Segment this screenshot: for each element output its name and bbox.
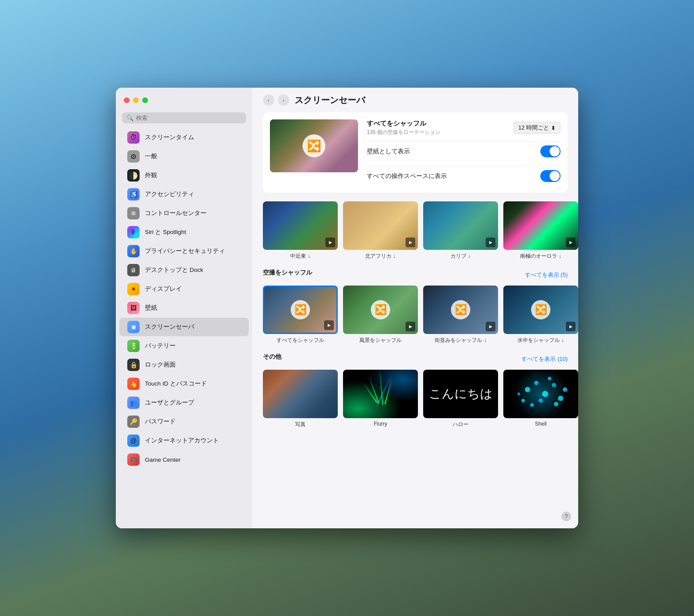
sidebar-item-lockscreen[interactable]: 🔒 ロック画面 xyxy=(119,356,249,374)
wallpaper-toggle[interactable] xyxy=(540,145,561,157)
shuffle-label-city: 街並みをシャッフル ↓ xyxy=(435,337,486,344)
search-bar[interactable]: 🔍 xyxy=(122,112,246,123)
play-button[interactable]: ▶ xyxy=(406,237,415,247)
shuffle-subtitle: 135 個の空撮をローテーション xyxy=(367,129,440,136)
desktop-icon: 🖥 xyxy=(127,264,140,276)
sidebar-label-wallpaper: 壁紙 xyxy=(145,304,157,312)
other-row: 写真 Flurry xyxy=(263,370,568,428)
shuffle-see-all[interactable]: すべてを表示 (5) xyxy=(525,271,568,279)
maximize-button[interactable] xyxy=(142,97,148,103)
other-thumb-hello[interactable]: こんにちは xyxy=(423,370,498,418)
accessibility-icon: ♿ xyxy=(127,188,140,200)
shuffle-icon: 🔀 xyxy=(303,134,325,157)
shuffle-overlay: 🔀 xyxy=(270,119,358,172)
sidebar-item-desktop[interactable]: 🖥 デスクトップと Dock xyxy=(119,261,249,279)
sidebar-label-users: ユーザとグループ xyxy=(145,399,194,407)
sidebar-item-internet[interactable]: @ インターネットアカウント xyxy=(119,431,249,450)
svg-point-3 xyxy=(552,383,556,387)
sidebar-item-display[interactable]: ☀ ディスプレイ xyxy=(119,280,249,298)
sidebar-label-appearance: 外観 xyxy=(145,171,157,179)
search-input[interactable] xyxy=(136,115,242,121)
sidebar-item-general[interactable]: ⚙ 一般 xyxy=(119,147,249,166)
other-label-photo: 写真 xyxy=(295,421,306,428)
selected-info: すべてをシャッフル 135 個の空撮をローテーション 12 時間ごと ⬍ 壁紙と… xyxy=(367,119,561,186)
sidebar-label-touchid: Touch ID とパスコード xyxy=(145,380,207,388)
sidebar-label-desktop: デスクトップと Dock xyxy=(145,266,203,274)
aerials-row: ▶ 中近東 ↓ ▶ 北アフリカ ↓ ▶ カリブ ↓ xyxy=(263,201,568,260)
sidebar-label-controlcenter: コントロールセンター xyxy=(145,209,207,217)
aerial-label-middleeast: 中近東 ↓ xyxy=(290,252,310,260)
sidebar-item-controlcenter[interactable]: ⊞ コントロールセンター xyxy=(119,204,249,223)
aerial-thumb-aurora[interactable]: ▶ xyxy=(503,201,578,250)
other-thumb-shell[interactable] xyxy=(503,370,578,418)
aerial-item-caribbean: ▶ カリブ ↓ xyxy=(423,201,498,260)
other-item-photo: 写真 xyxy=(263,370,338,428)
close-button[interactable] xyxy=(124,97,129,103)
other-thumb-flurry[interactable] xyxy=(343,370,418,418)
selected-thumb: 🔀 xyxy=(270,119,358,172)
play-button[interactable]: ▶ xyxy=(566,322,576,331)
play-button[interactable]: ▶ xyxy=(486,237,495,247)
sidebar-label-privacy: プライバシーとセキュリティ xyxy=(145,247,225,255)
lockscreen-icon: 🔒 xyxy=(127,359,140,371)
other-thumb-photo[interactable] xyxy=(263,370,338,418)
shuffle-label-underwater: 水中をシャッフル ↓ xyxy=(517,337,564,344)
controlcenter-icon: ⊞ xyxy=(127,207,140,219)
sidebar-label-internet: インターネットアカウント xyxy=(145,437,219,445)
svg-point-11 xyxy=(517,393,520,395)
shuffle-thumb-city[interactable]: 🔀 ▶ xyxy=(423,286,498,334)
sidebar-item-users[interactable]: 👥 ユーザとグループ xyxy=(119,393,249,412)
sidebar-item-screensaver[interactable]: ▣ スクリーンセーバ xyxy=(119,318,249,336)
sidebar-item-gamecenter[interactable]: 🎮 Game Center xyxy=(119,450,249,469)
other-item-shell: Shell xyxy=(503,370,578,428)
aerial-thumb-caribbean[interactable]: ▶ xyxy=(423,201,498,250)
back-button[interactable]: ‹ xyxy=(263,94,274,106)
other-see-all[interactable]: すべてを表示 (10) xyxy=(521,355,568,363)
shuffle-item-all: 🔀 ▶ すべてをシャッフル xyxy=(263,286,338,344)
svg-point-4 xyxy=(558,396,563,401)
play-button[interactable]: ▶ xyxy=(324,320,334,330)
aerial-thumb-middleeast[interactable]: ▶ xyxy=(263,201,338,250)
other-label-flurry: Flurry xyxy=(374,421,388,427)
screensaver-icon: ▣ xyxy=(127,321,140,333)
page-title: スクリーンセーバ xyxy=(295,94,365,106)
spaces-toggle[interactable] xyxy=(540,170,561,182)
touchid-icon: 👆 xyxy=(127,378,140,390)
play-button[interactable]: ▶ xyxy=(325,237,335,247)
play-button[interactable]: ▶ xyxy=(486,322,495,331)
sidebar-item-screentime[interactable]: ⏱ スクリーンタイム xyxy=(119,128,249,147)
sidebar-item-privacy[interactable]: ✋ プライバシーとセキュリティ xyxy=(119,242,249,260)
sidebar-item-appearance[interactable]: 🌓 外観 xyxy=(119,166,249,185)
shuffle-thumb-landscape[interactable]: 🔀 ▶ xyxy=(343,286,418,334)
shuffle-item-landscape: 🔀 ▶ 風景をシャッフル xyxy=(343,286,418,344)
svg-point-0 xyxy=(525,387,530,392)
shell-svg xyxy=(503,370,578,418)
shuffle-icon-all: 🔀 xyxy=(291,300,310,319)
shuffle-icon-landscape: 🔀 xyxy=(371,300,390,319)
sidebar-item-wallpaper[interactable]: 🖼 壁紙 xyxy=(119,299,249,317)
shuffle-thumb-all[interactable]: 🔀 ▶ xyxy=(263,286,338,334)
sidebar-item-siri[interactable]: 🎙 Siri と Spotlight xyxy=(119,223,249,241)
aerial-item-africa: ▶ 北アフリカ ↓ xyxy=(343,201,418,260)
play-button[interactable]: ▶ xyxy=(566,237,576,247)
help-button[interactable]: ? xyxy=(561,512,571,521)
aerial-thumb-africa[interactable]: ▶ xyxy=(343,201,418,250)
sidebar-item-touchid[interactable]: 👆 Touch ID とパスコード xyxy=(119,375,249,393)
sidebar-label-accessibility: アクセシビリティ xyxy=(145,190,194,198)
minimize-button[interactable] xyxy=(133,97,139,103)
privacy-icon: ✋ xyxy=(127,245,140,257)
scrollable-content: 🔀 すべてをシャッフル 135 個の空撮をローテーション 12 時間ごと ⬍ xyxy=(252,112,578,528)
interval-selector[interactable]: 12 時間ごと ⬍ xyxy=(513,122,561,134)
forward-button[interactable]: › xyxy=(278,94,289,106)
wallpaper-icon: 🖼 xyxy=(127,302,140,314)
flurry-decoration xyxy=(343,370,418,418)
sidebar-item-password[interactable]: 🔑 パスワード xyxy=(119,412,249,431)
play-button[interactable]: ▶ xyxy=(406,322,415,331)
svg-point-2 xyxy=(542,391,548,397)
sidebar-item-battery[interactable]: 🔋 バッテリー xyxy=(119,337,249,355)
shuffle-item-underwater: 🔀 ▶ 水中をシャッフル ↓ xyxy=(503,286,578,344)
sidebar-label-password: パスワード xyxy=(145,418,176,426)
aerial-item-aurora: ▶ 南極のオーロラ ↓ xyxy=(503,201,578,260)
shuffle-thumb-underwater[interactable]: 🔀 ▶ xyxy=(503,286,578,334)
sidebar-item-accessibility[interactable]: ♿ アクセシビリティ xyxy=(119,185,249,204)
